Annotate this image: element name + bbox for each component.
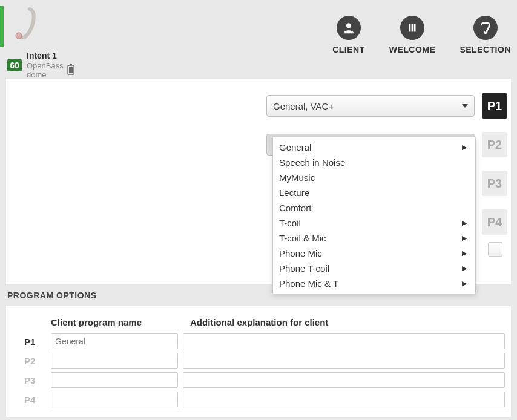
client-explanation-p2[interactable]: [183, 353, 505, 369]
nav-client-label: CLIENT: [332, 45, 365, 54]
dropdown-item-label: Lecture: [279, 188, 309, 198]
device-subtitle: OpenBass dome: [27, 61, 74, 80]
chevron-right-icon: ▶: [462, 280, 467, 287]
chevron-right-icon: ▶: [462, 219, 467, 227]
device-level-badge: 60: [7, 59, 22, 71]
nav-welcome-label: WELCOME: [389, 45, 436, 54]
options-row-p2: P2: [12, 353, 505, 369]
program-options-panel: Client program name Additional explanati…: [6, 306, 511, 417]
options-header: Client program name Additional explanati…: [12, 317, 505, 327]
program-badge-p2[interactable]: P2: [482, 132, 507, 157]
nav-selection[interactable]: SELECTION: [459, 16, 511, 54]
dropdown-item-t-coil[interactable]: T-coil▶: [273, 215, 475, 231]
dropdown-item-label: Comfort: [279, 203, 311, 213]
dropdown-item-phone-mic[interactable]: Phone Mic▶: [273, 246, 475, 261]
svg-rect-6: [412, 24, 413, 32]
options-row-p4: P4: [12, 392, 505, 407]
client-explanation-p1[interactable]: [183, 333, 505, 349]
options-row-label-p4: P4: [24, 395, 46, 405]
dropdown-item-general[interactable]: General▶: [273, 140, 475, 155]
welcome-icon: [400, 16, 424, 40]
svg-rect-5: [409, 24, 411, 32]
device-block: 60 Intent 1 OpenBass dome: [0, 5, 48, 47]
dropdown-item-speech-in-noise[interactable]: Speech in Noise: [273, 155, 475, 170]
client-program-name-p4[interactable]: [51, 392, 178, 407]
svg-rect-7: [414, 24, 416, 32]
nav-welcome[interactable]: WELCOME: [389, 16, 436, 54]
dropdown-item-label: General: [279, 142, 311, 153]
chevron-right-icon: ▶: [462, 234, 467, 242]
device-name: Intent 1: [27, 51, 74, 61]
client-explanation-p4[interactable]: [183, 392, 505, 407]
top-nav: CLIENT WELCOME SELECTION: [332, 5, 517, 54]
hearing-aid-icon: [8, 5, 45, 42]
nav-client[interactable]: CLIENT: [332, 16, 365, 54]
dropdown-item-phone-mic-t[interactable]: Phone Mic & T▶: [273, 276, 475, 291]
dropdown-item-mymusic[interactable]: MyMusic: [273, 170, 475, 185]
program-row-p1: General, VAC+ P1: [6, 91, 511, 121]
dropdown-item-label: Phone Mic: [279, 248, 322, 258]
dropdown-item-label: T-coil: [279, 218, 301, 228]
dropdown-item-lecture[interactable]: Lecture: [273, 185, 475, 200]
svg-rect-3: [69, 67, 73, 73]
chevron-right-icon: ▶: [462, 249, 467, 257]
top-bar: 60 Intent 1 OpenBass dome: [0, 0, 517, 79]
nav-selection-label: SELECTION: [459, 45, 511, 54]
column-header-name: Client program name: [51, 317, 178, 327]
options-row-label-p1: P1: [24, 336, 46, 347]
svg-point-4: [346, 23, 351, 28]
program-selection-panel: General, VAC+ P1 P2 P3 P4 General▶Spee: [6, 79, 511, 284]
client-explanation-p3[interactable]: [183, 372, 505, 388]
battery-icon: [67, 64, 74, 77]
dropdown-item-comfort[interactable]: Comfort: [273, 200, 475, 215]
dropdown-item-label: Phone Mic & T: [279, 278, 338, 289]
client-program-name-p2[interactable]: [51, 353, 178, 369]
program-badge-p1[interactable]: P1: [482, 93, 507, 119]
small-button-2[interactable]: [488, 242, 502, 257]
options-row-p3: P3: [12, 372, 505, 388]
chevron-right-icon: ▶: [462, 143, 467, 151]
options-row-label-p3: P3: [24, 375, 46, 386]
dropdown-item-t-coil-mic[interactable]: T-coil & Mic▶: [273, 231, 475, 246]
dropdown-item-label: Speech in Noise: [279, 157, 345, 168]
program-select-p1[interactable]: General, VAC+: [266, 95, 475, 117]
client-icon: [337, 16, 361, 40]
options-row-p1: P1: [12, 333, 505, 349]
program-badge-p4[interactable]: P4: [482, 209, 507, 235]
device-accent-bar: [0, 6, 4, 47]
svg-point-0: [16, 33, 22, 39]
chevron-down-icon: [462, 104, 468, 108]
device-info: 60 Intent 1 OpenBass dome: [7, 51, 74, 80]
dropdown-item-label: MyMusic: [279, 172, 315, 183]
program-select-p1-value: General, VAC+: [273, 101, 334, 111]
client-program-name-p3[interactable]: [51, 372, 178, 388]
options-row-label-p2: P2: [24, 356, 46, 366]
dropdown-item-label: Phone T-coil: [279, 263, 329, 274]
client-program-name-p1[interactable]: [51, 333, 178, 349]
device-subtitle-text: OpenBass dome: [27, 61, 64, 80]
column-header-explanation: Additional explanation for client: [190, 317, 328, 327]
program-dropdown-menu: General▶Speech in NoiseMyMusicLectureCom…: [272, 137, 476, 294]
selection-icon: [473, 16, 498, 40]
chevron-right-icon: ▶: [462, 264, 467, 272]
program-badge-p3[interactable]: P3: [482, 171, 507, 196]
dropdown-item-phone-t-coil[interactable]: Phone T-coil▶: [273, 261, 475, 276]
dropdown-item-label: T-coil & Mic: [279, 233, 326, 243]
